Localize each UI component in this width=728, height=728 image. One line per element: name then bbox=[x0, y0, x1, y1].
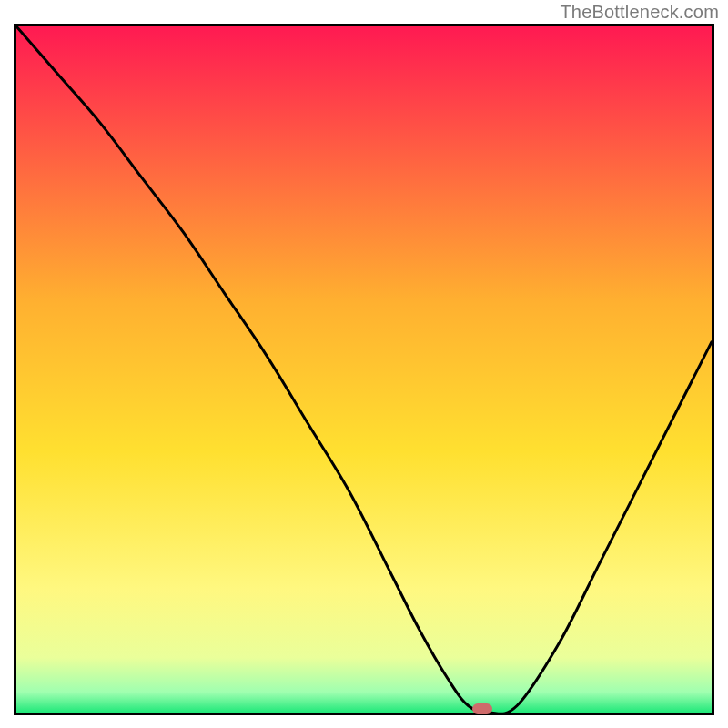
chart-background-gradient bbox=[16, 26, 712, 713]
optimal-point-marker bbox=[472, 703, 492, 714]
chart-plot-area bbox=[14, 24, 714, 715]
watermark-text: TheBottleneck.com bbox=[560, 2, 719, 23]
chart-svg bbox=[16, 26, 712, 713]
